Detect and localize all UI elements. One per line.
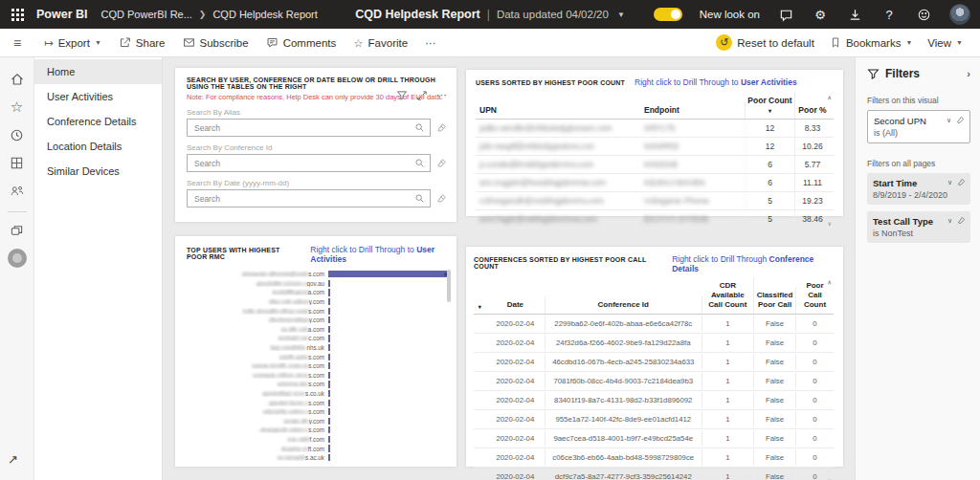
bar-chart-row[interactable]: sv.xsnwdbs.ac.uk <box>187 453 449 463</box>
page-filter-card[interactable]: Test Call Type is NonTest ∨ <box>867 211 970 243</box>
feedback-icon[interactable] <box>777 6 794 23</box>
eraser-icon[interactable] <box>436 122 447 133</box>
subscribe-button[interactable]: Subscribe <box>183 36 249 49</box>
users-table-row[interactable]: jsdkn.wmdbr@nfsbxkstjqkxnwm.cxm SRFC75 1… <box>476 120 834 138</box>
bar-chart-row[interactable]: sdvfb.qxbvs.com <box>187 352 449 361</box>
bar[interactable] <box>328 316 330 323</box>
apps-grid-icon[interactable] <box>5 150 30 175</box>
bar[interactable] <box>328 418 330 425</box>
search-input[interactable] <box>194 159 414 168</box>
powerbi-logo[interactable]: Power BI <box>36 8 88 21</box>
new-look-toggle[interactable] <box>654 8 682 21</box>
users-table-row[interactable]: v.bhxsgsndlr@vxsbhqjsbnrmv.cxm Vxbsgsnsr… <box>476 192 834 210</box>
expand-arrow-icon[interactable]: ↗ <box>8 452 18 467</box>
collapse-pane-icon[interactable]: › <box>967 68 970 79</box>
nav-page-item[interactable]: Home <box>34 59 162 84</box>
col-endpoint[interactable]: Endpoint <box>640 101 746 119</box>
focus-mode-icon[interactable] <box>416 90 428 101</box>
conference-table-row[interactable]: 2020-02-04 9aec7cea-d518-4001-b9f7-e49bc… <box>474 429 834 448</box>
eraser-icon[interactable] <box>436 158 447 168</box>
conference-table-row[interactable]: 2020-02-04 24f32d6a-f266-4602-9be9-fa129… <box>474 334 834 353</box>
recent-clock-icon[interactable] <box>5 122 30 147</box>
bar[interactable] <box>328 335 330 341</box>
chevron-down-icon[interactable]: ∨ <box>947 117 951 124</box>
bar[interactable] <box>328 436 330 443</box>
reset-to-default-button[interactable]: ↺ Reset to default <box>716 34 814 51</box>
comments-button[interactable]: Comments <box>266 36 337 49</box>
scrollbar-up-icon[interactable]: ∧ <box>828 279 832 287</box>
conference-table-row[interactable]: 2020-02-04 46cdbd16-067b-4ecb-a245-25830… <box>474 353 834 372</box>
search-magnifier-icon[interactable] <box>414 122 425 133</box>
bar[interactable] <box>328 308 330 315</box>
bar[interactable] <box>328 426 330 433</box>
breadcrumb-report[interactable]: CQD Helpdesk Report <box>212 9 317 20</box>
col-selector[interactable]: ▾ <box>474 300 486 314</box>
bar-chart-row[interactable]: sv.dfb.vxba.com <box>187 325 449 335</box>
filter-funnel-icon[interactable] <box>396 90 408 101</box>
bar[interactable] <box>328 454 330 461</box>
workspace-avatar[interactable] <box>5 246 30 271</box>
conference-table-row[interactable]: 2020-02-04 955e1a72-140f-42fc-8de9-ee01a… <box>474 410 834 429</box>
search-magnifier-icon[interactable] <box>414 193 425 204</box>
smiley-feedback-icon[interactable] <box>915 6 932 23</box>
nav-page-item[interactable]: Similar Devices <box>34 159 162 184</box>
bar[interactable] <box>328 298 330 305</box>
bar[interactable] <box>328 400 330 406</box>
conference-table-row[interactable]: 2020-02-04 2299ba62-0e6f-402b-abaa-e6e6c… <box>474 315 834 334</box>
nav-page-item[interactable]: Location Details <box>34 134 162 159</box>
users-table-row[interactable]: sxn.mqgslv@hvxsbhqjsbnrmw.cxm KBJNVJ-BXV… <box>476 174 834 192</box>
conference-table-row[interactable]: 2020-02-04 83401f19-8a7c-4131-98d2-b33f1… <box>474 391 834 410</box>
conference-table-row[interactable]: 2020-02-04 dcf9c7a5-8a27-4277-9cf3-359c2… <box>474 468 834 480</box>
eraser-icon[interactable] <box>956 116 965 124</box>
scrollbar-up-icon[interactable]: ∧ <box>828 94 832 100</box>
bar[interactable] <box>328 381 330 387</box>
chevron-down-icon[interactable]: ∨ <box>947 217 952 225</box>
col-conference-id[interactable]: Conference Id <box>546 296 702 314</box>
home-icon[interactable] <box>5 67 30 92</box>
bar-chart-row[interactable]: svxbdsf.vxrc.com <box>187 334 449 343</box>
col-poor-count[interactable]: Poor Count ▾ <box>746 92 795 119</box>
conf-drillthrough-link[interactable]: Right click to Drill Through Conference … <box>672 254 834 273</box>
bar[interactable] <box>328 326 330 333</box>
eraser-icon[interactable] <box>957 178 966 186</box>
help-icon[interactable]: ? <box>880 6 898 23</box>
bar-chart-row[interactable]: dvqxbs.vxft.com <box>187 444 449 453</box>
waffle-menu-icon[interactable] <box>0 0 34 29</box>
nav-hamburger-icon[interactable]: ≡ <box>0 35 34 51</box>
bar-chart-row[interactable]: vxs.vdbff.com <box>187 435 449 445</box>
col-classified-poor[interactable]: Classified Poor Call <box>754 287 796 314</box>
col-cdr-available[interactable]: CDR Available Call Count <box>702 277 755 314</box>
settings-gear-icon[interactable]: ⚙ <box>812 6 829 23</box>
bar[interactable] <box>328 354 330 360</box>
favorite-button[interactable]: ☆ Favorite <box>353 36 408 50</box>
nav-page-item[interactable]: User Activities <box>34 84 162 109</box>
share-button[interactable]: Share <box>119 36 166 49</box>
bar[interactable] <box>328 372 330 379</box>
bar-chart-row[interactable]: vxsnwdx.rdfhxn.dvvxs.com <box>187 371 449 381</box>
breadcrumb-workspace[interactable]: CQD PowerBI Re... <box>101 9 192 20</box>
scrollbar-down-icon[interactable]: ∨ <box>828 220 832 227</box>
bar[interactable] <box>328 390 330 397</box>
bar[interactable] <box>328 280 330 287</box>
download-icon[interactable] <box>846 6 863 23</box>
eraser-icon[interactable] <box>957 216 966 225</box>
nav-page-item[interactable]: Conference Details <box>34 109 162 134</box>
eraser-icon[interactable] <box>436 193 447 204</box>
bar-chart-row[interactable]: svxsb.dfvy.com <box>187 417 449 426</box>
chevron-down-icon[interactable]: ∨ <box>947 179 952 186</box>
search-input[interactable] <box>194 123 414 133</box>
users-drillthrough-link[interactable]: Right click to Drill Through to User Act… <box>635 77 797 87</box>
view-button[interactable]: View ▼ <box>927 37 963 49</box>
col-upn[interactable]: UPN <box>476 101 640 119</box>
search-magnifier-icon[interactable] <box>414 158 425 168</box>
bar-chart-row[interactable]: qsvxbdfsqr.vcxns.co.uk <box>187 389 449 399</box>
shared-with-me-icon[interactable] <box>5 178 30 203</box>
col-date[interactable]: Date <box>486 296 546 314</box>
col-poor-pct[interactable]: Poor % <box>795 101 830 119</box>
export-button[interactable]: ↦ Export ▼ <box>44 36 101 50</box>
bar-chart-row[interactable]: vbxsgsndl.vxbnv.vs.com <box>187 425 449 435</box>
conference-table-row[interactable]: 2020-02-04 7081f60b-08cc-4b4d-9003-7c218… <box>474 372 834 391</box>
users-table-row[interactable]: p.cxndw@lrnsbhjqxsbrnmv.cxm KNSDXB 6 5.7… <box>476 156 834 174</box>
bar-chart-row[interactable]: sdvxnw.dxvs.com <box>187 380 449 389</box>
bar-chart-row[interactable]: bqs.vxsdbfdv.nhs.uk <box>187 343 449 353</box>
